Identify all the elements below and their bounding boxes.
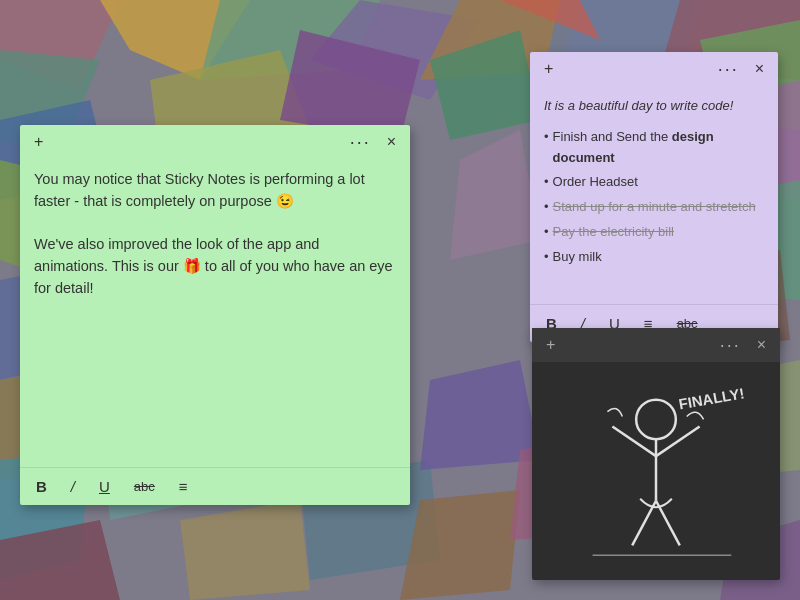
svg-line-38 bbox=[656, 426, 700, 456]
svg-line-37 bbox=[612, 426, 656, 456]
dark-note-menu-button[interactable]: ··· bbox=[716, 334, 745, 356]
green-note-add-button[interactable]: + bbox=[30, 132, 47, 152]
purple-note-header-text: It is a beautiful day to write code! bbox=[544, 96, 764, 117]
svg-point-35 bbox=[636, 400, 676, 440]
svg-text:FINALLY!: FINALLY! bbox=[678, 385, 746, 412]
list-item: Stand up for a minute and stretetch bbox=[544, 197, 764, 218]
list-item: Finish and Send the design document bbox=[544, 127, 764, 169]
list-item: Buy milk bbox=[544, 247, 764, 268]
green-note-text: You may notice that Sticky Notes is perf… bbox=[34, 169, 396, 213]
green-note-body: You may notice that Sticky Notes is perf… bbox=[20, 159, 410, 467]
list-item-text: Buy milk bbox=[553, 247, 602, 268]
purple-todo-list: Finish and Send the design document Orde… bbox=[544, 127, 764, 268]
purple-note-menu-button[interactable]: ··· bbox=[714, 58, 743, 80]
purple-note-close-button[interactable]: × bbox=[751, 59, 768, 79]
green-list-button[interactable]: ≡ bbox=[175, 476, 192, 497]
green-note-close-button[interactable]: × bbox=[383, 132, 400, 152]
green-italic-button[interactable]: / bbox=[67, 476, 79, 497]
purple-sticky-note: + ··· × It is a beautiful day to write c… bbox=[530, 52, 778, 342]
list-item-text: Order Headset bbox=[553, 172, 638, 193]
dark-note-header: + ··· × bbox=[532, 328, 780, 362]
list-item: Order Headset bbox=[544, 172, 764, 193]
list-item-text-struck: Stand up for a minute and stretetch bbox=[553, 197, 756, 218]
green-note-menu-button[interactable]: ··· bbox=[346, 131, 375, 153]
green-sticky-note: + ··· × You may notice that Sticky Notes… bbox=[20, 125, 410, 505]
green-bold-button[interactable]: B bbox=[32, 476, 51, 497]
list-item-text: Finish and Send the design document bbox=[553, 127, 764, 169]
purple-note-header: + ··· × bbox=[530, 52, 778, 86]
green-underline-button[interactable]: U bbox=[95, 476, 114, 497]
purple-note-add-button[interactable]: + bbox=[540, 59, 557, 79]
list-item: Pay the electricity bill bbox=[544, 222, 764, 243]
dark-note-add-button[interactable]: + bbox=[542, 335, 559, 355]
bold-text: design document bbox=[553, 129, 714, 165]
purple-note-body: It is a beautiful day to write code! Fin… bbox=[530, 86, 778, 304]
green-note-header: + ··· × bbox=[20, 125, 410, 159]
list-item-text-struck2: Pay the electricity bill bbox=[553, 222, 674, 243]
dark-sticky-note: + ··· × FINALLY! bbox=[532, 328, 780, 580]
green-strikethrough-button[interactable]: abc bbox=[130, 477, 159, 496]
dark-note-close-button[interactable]: × bbox=[753, 335, 770, 355]
green-note-toolbar: B / U abc ≡ bbox=[20, 467, 410, 505]
dark-note-drawing: FINALLY! bbox=[532, 362, 780, 580]
green-note-text2: We've also improved the look of the app … bbox=[34, 234, 396, 299]
